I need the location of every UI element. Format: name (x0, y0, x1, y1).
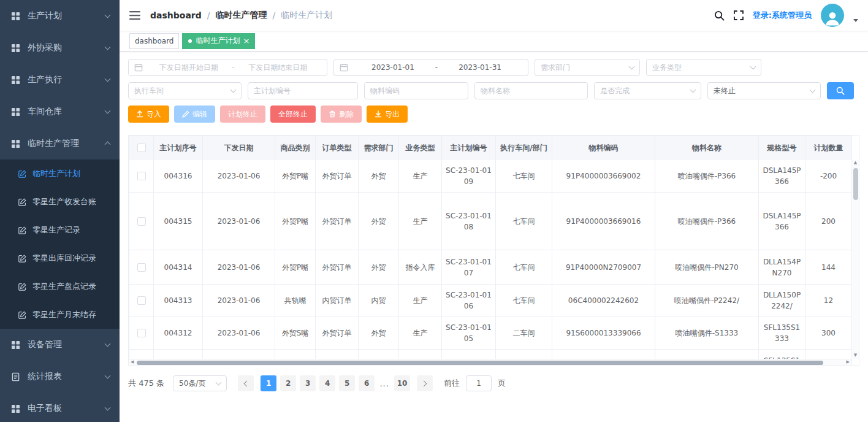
filter-row-1: 下发日期开始日期 - 下发日期结束日期 2023-01-01 - 2023-01… (128, 59, 859, 76)
caret-down-icon[interactable] (853, 19, 858, 22)
search-button[interactable] (827, 82, 854, 99)
terminate-status-select[interactable]: 未终止 (707, 82, 821, 99)
sidebar-item[interactable]: 生产计划 (0, 0, 120, 32)
select-placeholder: 是否完成 (600, 86, 630, 96)
sidebar-subitem[interactable]: 零星生产盘点记录 (0, 272, 120, 301)
page-number-button[interactable]: 5 (339, 375, 355, 391)
horizontal-scrollbar[interactable]: ◀ ▶ (129, 359, 851, 365)
table-cell: 喷油嘴偶件-P366 (655, 193, 759, 250)
column-header[interactable]: 执行车间/部门 (496, 136, 552, 159)
column-header[interactable]: 商品类别 (275, 136, 316, 159)
row-checkbox[interactable] (137, 329, 146, 337)
sidebar-subitem[interactable]: 临时生产计划 (0, 159, 120, 188)
prev-page-button[interactable] (238, 375, 254, 391)
material-code-input[interactable] (364, 82, 468, 99)
scroll-up-arrow[interactable]: ▲ (854, 161, 857, 165)
page-number-button[interactable]: 3 (300, 375, 316, 391)
table-cell: 2023-01-06 (203, 193, 275, 250)
sidebar-item[interactable]: 临时生产管理 (0, 128, 120, 159)
column-header[interactable]: 物料名称 (655, 136, 759, 159)
horizontal-scroll-thumb[interactable] (137, 361, 823, 365)
workshop-select[interactable]: 执行车间 (128, 82, 242, 99)
breadcrumb-item[interactable]: dashboard (150, 10, 202, 20)
page-number-button[interactable]: 6 (359, 375, 375, 391)
date-range-picker[interactable]: 2023-01-01 - 2023-01-31 (333, 59, 528, 76)
page-number-button[interactable]: 2 (280, 375, 296, 391)
export-button[interactable]: 导出 (367, 106, 408, 123)
sidebar-item[interactable]: 电子看板 (0, 393, 120, 422)
import-button[interactable]: 导入 (128, 106, 169, 123)
sidebar-subitem[interactable]: 零星生产月末结存 (0, 301, 120, 329)
sidebar-subitem[interactable]: 零星生产记录 (0, 216, 120, 244)
page-number-button[interactable]: 4 (319, 375, 335, 391)
plan-no-input-field[interactable] (254, 86, 352, 95)
page-ellipsis[interactable]: ... (378, 379, 391, 388)
material-code-input-field[interactable] (370, 86, 462, 95)
close-icon[interactable]: × (243, 37, 249, 45)
toolbar: 导入 编辑 计划终止 全部终止 删除 导出 (128, 106, 859, 123)
material-name-input-field[interactable] (481, 86, 582, 95)
vertical-scrollbar[interactable]: ▲ ▼ (851, 159, 859, 359)
row-checkbox[interactable] (137, 172, 146, 180)
table-row[interactable]: 0043142023-01-06外贸P嘴外贸订单外贸指令入库SC-23-01-0… (129, 250, 852, 285)
column-header[interactable]: 业务类型 (399, 136, 442, 159)
row-checkbox[interactable] (137, 217, 146, 226)
hamburger-icon[interactable] (129, 10, 140, 20)
scroll-right-arrow[interactable]: ▶ (847, 360, 850, 364)
search-icon[interactable] (714, 10, 725, 21)
is-finished-select[interactable]: 是否完成 (594, 82, 701, 99)
table-cell: 七车间 (496, 193, 552, 250)
sidebar-subitem[interactable]: 零星出库回冲记录 (0, 244, 120, 272)
sidebar-item[interactable]: 外协采购 (0, 32, 120, 64)
sidebar-item[interactable]: 统计报表 (0, 361, 120, 393)
column-header[interactable]: 需求部门 (359, 136, 399, 159)
column-header[interactable]: 计划数量 (805, 136, 852, 159)
avatar[interactable] (821, 4, 844, 27)
page-number-button[interactable]: 10 (394, 375, 410, 391)
table-row[interactable]: 0043132023-01-06共轨嘴内贸订单内贸生产SC-23-01-0106… (129, 285, 852, 316)
column-header[interactable]: 规格型号 (759, 136, 805, 159)
page-number-button[interactable]: 1 (261, 375, 276, 391)
vertical-scroll-thumb[interactable] (853, 168, 858, 200)
terminate-all-button[interactable]: 全部终止 (270, 106, 316, 123)
material-name-input[interactable] (474, 82, 588, 99)
plan-no-input[interactable] (248, 82, 358, 99)
sidebar-subitem[interactable]: 零星生产收发台账 (0, 188, 120, 216)
plan-terminate-button[interactable]: 计划终止 (220, 106, 265, 123)
demand-dept-select[interactable]: 需求部门 (535, 59, 640, 76)
table-cell: 生产 (399, 193, 442, 250)
fullscreen-icon[interactable] (734, 10, 744, 20)
business-type-select[interactable]: 业务类型 (646, 59, 761, 76)
row-checkbox[interactable] (137, 263, 146, 272)
column-header[interactable]: 主计划序号 (154, 136, 203, 159)
page-size-select[interactable]: 50条/页 (173, 375, 227, 391)
breadcrumb-item[interactable]: 临时生产管理 (216, 10, 267, 21)
table-row[interactable]: 0043162023-01-06外贸P嘴外贸订单外贸生产SC-23-01-010… (129, 159, 852, 193)
goto-page-input[interactable] (466, 375, 492, 391)
table-row[interactable]: 0043122023-01-06外贸S嘴外贸订单外贸生产SC-23-01-010… (129, 316, 852, 350)
row-checkbox[interactable] (137, 296, 146, 305)
sidebar-item-label: 设备管理 (28, 339, 105, 350)
delete-button[interactable]: 删除 (321, 106, 362, 123)
sidebar-item[interactable]: 设备管理 (0, 329, 120, 361)
scroll-down-arrow[interactable]: ▼ (854, 353, 857, 358)
issue-date-range-picker[interactable]: 下发日期开始日期 - 下发日期结束日期 (128, 59, 327, 76)
sidebar-item[interactable]: 车间仓库 (0, 96, 120, 128)
table-cell: 七车间 (496, 285, 552, 316)
login-user-label[interactable]: 登录:系统管理员 (753, 10, 812, 21)
table-cell: 外贸 (359, 193, 399, 250)
column-header[interactable]: 物料编码 (552, 136, 655, 159)
select-all-checkbox[interactable] (137, 144, 146, 152)
tab-item[interactable]: dashboard (129, 33, 179, 49)
chevron-left-icon (244, 380, 250, 386)
date-start-placeholder: 下发日期开始日期 (145, 63, 232, 73)
column-header[interactable]: 订单类型 (316, 136, 359, 159)
edit-button[interactable]: 编辑 (174, 106, 215, 123)
sidebar-item[interactable]: 生产执行 (0, 64, 120, 96)
scroll-left-arrow[interactable]: ◀ (131, 360, 134, 364)
next-page-button[interactable] (417, 375, 433, 391)
table-row[interactable]: 0043152023-01-06外贸P嘴外贸订单外贸生产SC-23-01-010… (129, 193, 852, 250)
tab-item[interactable]: 临时生产计划× (182, 33, 255, 49)
column-header[interactable]: 下发日期 (203, 136, 275, 159)
column-header[interactable]: 主计划编号 (442, 136, 496, 159)
